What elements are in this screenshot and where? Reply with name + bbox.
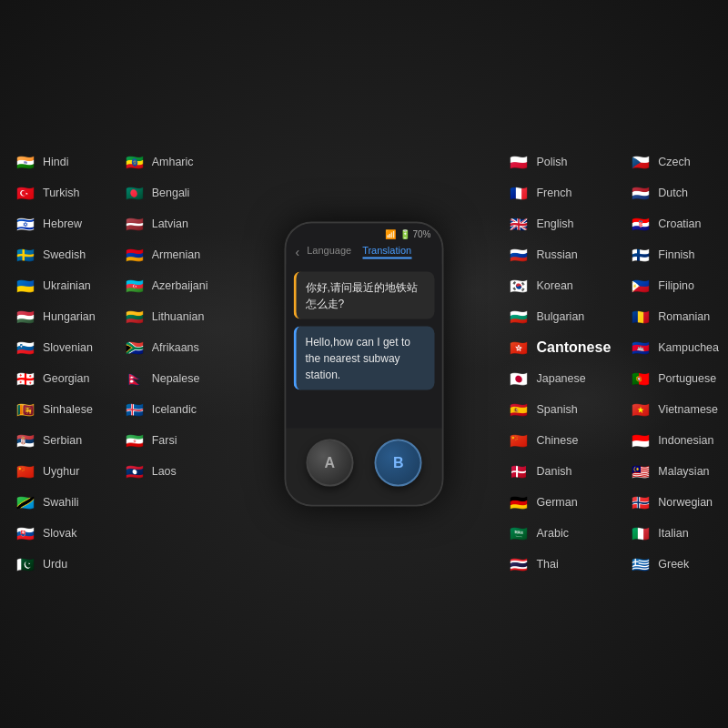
flag-polish: 🇵🇱: [507, 150, 531, 174]
lang-name-bulgarian: Bulgarian: [536, 310, 584, 323]
flag-romanian: 🇷🇴: [629, 305, 652, 329]
lang-item-french: 🇫🇷French: [507, 181, 611, 205]
message-english: Hello,how can I get to the nearest subwa…: [294, 327, 435, 390]
flag-georgian: 🇬🇪: [14, 367, 37, 390]
lang-item-finnish: 🇫🇮Finnish: [629, 243, 719, 267]
flag-croatian: 🇭🇷: [629, 212, 652, 236]
lang-item-malaysian: 🇲🇾Malaysian: [629, 460, 719, 483]
lang-item-sinhalese: 🇱🇰Sinhalese: [14, 398, 96, 421]
lang-name-icelandic: Icelandic: [152, 403, 197, 416]
lang-item-korean: 🇰🇷Korean: [507, 274, 611, 298]
lang-item-bulgarian: 🇧🇬Bulgarian: [507, 305, 611, 329]
lang-item-urdu: 🇵🇰Urdu: [14, 552, 96, 576]
flag-slovak: 🇸🇰: [14, 521, 37, 545]
lang-item-turkish: 🇹🇷Turkish: [14, 181, 96, 205]
lang-name-indonesian: Indonesian: [658, 434, 713, 447]
flag-urdu: 🇵🇰: [14, 552, 37, 576]
lang-name-hebrew: Hebrew: [43, 217, 82, 230]
flag-filipino: 🇵🇭: [629, 274, 652, 298]
lang-item-vietnamese: 🇻🇳Vietnamese: [629, 398, 719, 421]
flag-german: 🇩🇪: [507, 490, 531, 514]
flag-cantonese: 🇭🇰: [507, 336, 531, 359]
lang-name-lithuanian: Lithuanian: [152, 310, 205, 323]
lang-name-romanian: Romanian: [658, 310, 710, 323]
flag-turkish: 🇹🇷: [14, 181, 37, 205]
lang-item-polish: 🇵🇱Polish: [507, 150, 611, 174]
lang-name-hindi: Hindi: [43, 156, 69, 168]
lang-name-korean: Korean: [536, 279, 572, 292]
lang-item-latvian: 🇱🇻Latvian: [123, 212, 208, 236]
flag-vietnamese: 🇻🇳: [629, 398, 652, 421]
left-col-1: 🇮🇳Hindi🇹🇷Turkish🇮🇱Hebrew🇸🇪Swedish🇺🇦Ukrai…: [14, 150, 96, 576]
lang-item-armenian: 🇦🇲Armenian: [123, 243, 208, 267]
lang-name-finnish: Finnish: [658, 248, 694, 261]
lang-name-czech: Czech: [658, 156, 690, 168]
lang-item-azerbaijani: 🇦🇿Azerbaijani: [123, 274, 208, 298]
lang-item-dutch: 🇳🇱Dutch: [629, 181, 719, 205]
lang-name-hungarian: Hungarian: [43, 310, 96, 323]
lang-item-amharic: 🇪🇹Amharic: [123, 150, 208, 174]
flag-arabic: 🇸🇦: [507, 521, 531, 545]
lang-item-afrikaans: 🇿🇦Afrikaans: [123, 336, 208, 359]
lang-item-greek: 🇬🇷Greek: [629, 552, 719, 576]
lang-item-japanese: 🇯🇵Japanese: [507, 367, 611, 390]
flag-amharic: 🇪🇹: [123, 150, 147, 174]
lang-name-german: German: [536, 496, 577, 509]
flag-laos: 🇱🇦: [123, 460, 147, 483]
lang-name-russian: Russian: [536, 248, 577, 261]
lang-name-dutch: Dutch: [658, 187, 688, 199]
phone-bottom: A B: [287, 429, 442, 505]
lang-item-kampuchea: 🇰🇭Kampuchea: [629, 336, 719, 359]
flag-greek: 🇬🇷: [629, 552, 652, 576]
lang-item-norwegian: 🇳🇴Norwegian: [629, 490, 719, 514]
lang-name-malaysian: Malaysian: [658, 465, 709, 478]
lang-item-georgian: 🇬🇪Georgian: [14, 367, 96, 390]
lang-name-filipino: Filipino: [658, 279, 694, 292]
lang-name-cantonese: Cantonese: [536, 339, 611, 356]
flag-thai: 🇹🇭: [507, 552, 531, 576]
button-a[interactable]: A: [306, 440, 353, 487]
english-text: Hello,how can I get to the nearest subwa…: [306, 336, 410, 381]
lang-name-english: English: [536, 217, 573, 230]
lang-name-swahili: Swahili: [43, 496, 79, 509]
status-bar: 📶 🔋 70%: [287, 224, 442, 241]
flag-portuguese: 🇵🇹: [629, 367, 652, 390]
lang-name-nepalese: Nepalese: [152, 372, 200, 385]
lang-name-latvian: Latvian: [152, 217, 188, 230]
phone-screen: 📶 🔋 70% ‹ Language Translation 你好,请问最近的地…: [287, 224, 442, 429]
lang-item-swahili: 🇹🇿Swahili: [14, 490, 96, 514]
flag-hebrew: 🇮🇱: [14, 212, 37, 236]
lang-item-slovenian: 🇸🇮Slovenian: [14, 336, 96, 359]
button-b[interactable]: B: [375, 440, 422, 487]
flag-korean: 🇰🇷: [507, 274, 531, 298]
lang-item-croatian: 🇭🇷Croatian: [629, 212, 719, 236]
lang-name-danish: Danish: [536, 465, 571, 478]
lang-name-thai: Thai: [536, 558, 558, 571]
lang-name-slovak: Slovak: [43, 527, 77, 540]
lang-name-laos: Laos: [152, 465, 177, 478]
lang-name-croatian: Croatian: [658, 217, 701, 230]
flag-afrikaans: 🇿🇦: [123, 336, 147, 359]
flag-bulgarian: 🇧🇬: [507, 305, 531, 329]
lang-item-icelandic: 🇮🇸Icelandic: [123, 398, 208, 421]
flag-hungarian: 🇭🇺: [14, 305, 37, 329]
lang-item-german: 🇩🇪German: [507, 490, 611, 514]
lang-item-danish: 🇩🇰Danish: [507, 460, 611, 483]
lang-name-slovenian: Slovenian: [43, 341, 93, 354]
lang-name-farsi: Farsi: [152, 434, 177, 447]
tab-language[interactable]: Language: [307, 245, 351, 259]
lang-name-chinese: Chinese: [536, 434, 578, 447]
flag-italian: 🇮🇹: [629, 521, 652, 545]
back-button[interactable]: ‹: [296, 245, 300, 259]
nav-tabs: Language Translation: [307, 245, 411, 259]
flag-english: 🇬🇧: [507, 212, 531, 236]
tab-translation[interactable]: Translation: [362, 245, 411, 259]
lang-item-lithuanian: 🇱🇹Lithuanian: [123, 305, 208, 329]
flag-armenian: 🇦🇲: [123, 243, 147, 267]
lang-item-romanian: 🇷🇴Romanian: [629, 305, 719, 329]
lang-name-afrikaans: Afrikaans: [152, 341, 199, 354]
lang-name-vietnamese: Vietnamese: [658, 403, 718, 416]
lang-item-arabic: 🇸🇦Arabic: [507, 521, 611, 545]
flag-japanese: 🇯🇵: [507, 367, 531, 390]
lang-item-portuguese: 🇵🇹Portuguese: [629, 367, 719, 390]
